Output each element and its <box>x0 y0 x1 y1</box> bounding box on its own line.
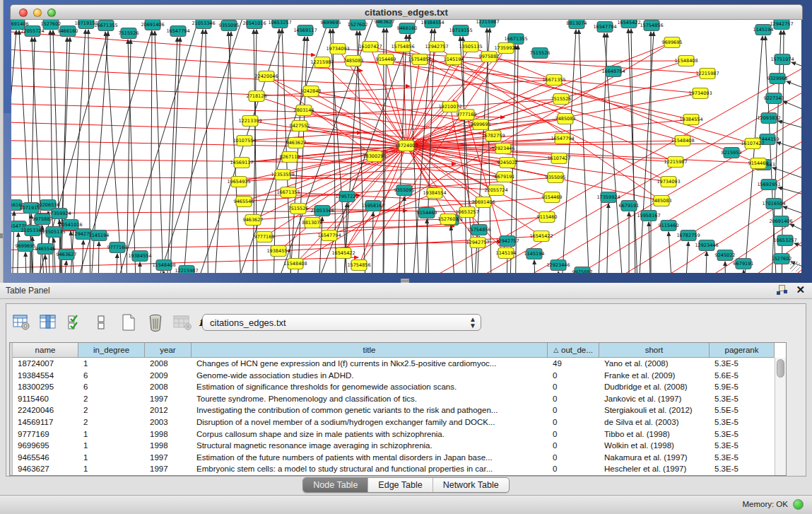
graph-node-teal[interactable]: 16547794 <box>593 22 616 33</box>
graph-node-yellow[interactable]: 11548408 <box>671 136 694 146</box>
graph-node-teal[interactable]: 9463627 <box>375 20 395 28</box>
graph-node-yellow[interactable]: 10107554 <box>233 136 256 146</box>
graph-node-teal[interactable]: 7515526 <box>530 48 551 59</box>
graph-node-yellow[interactable]: 11548408 <box>674 56 698 66</box>
graph-node-yellow[interactable]: 12942757 <box>425 42 448 52</box>
column-header-pagerank[interactable]: pagerank <box>710 343 775 357</box>
table-row[interactable]: 977716911998Corpus callosum shape and si… <box>13 428 775 440</box>
graph-node-yellow[interactable]: 2718126 <box>247 91 267 102</box>
close-panel-icon[interactable]: ✕ <box>796 285 805 295</box>
graph-node-teal[interactable]: 14569117 <box>293 25 317 36</box>
graph-node-teal[interactable]: 9975887 <box>33 214 53 225</box>
new-file-icon[interactable] <box>119 313 138 332</box>
graph-node-teal[interactable]: 9355095 <box>219 21 240 31</box>
network-window-titlebar[interactable]: citations_edges.txt <box>10 4 803 20</box>
graph-node-teal[interactable]: 10719155 <box>449 25 472 36</box>
graph-node-teal[interactable]: 21053346 <box>310 206 334 216</box>
graph-node-teal[interactable]: 12215987 <box>476 20 499 28</box>
table-row[interactable]: 1938455462009Genome-wide association stu… <box>13 370 775 382</box>
graph-node-teal[interactable]: 9465546 <box>35 244 56 255</box>
graph-node-teal[interactable]: 21053346 <box>192 20 215 29</box>
graph-node-yellow[interactable]: 12215987 <box>310 57 334 68</box>
graph-node-teal[interactable]: 9115460 <box>659 221 679 231</box>
tab-network-table[interactable]: Network Table <box>433 478 509 492</box>
graph-node-yellow[interactable]: 12215987 <box>695 69 719 79</box>
graph-node-yellow[interactable]: 9115460 <box>537 212 558 223</box>
graph-node-yellow[interactable]: 16545422 <box>529 231 553 242</box>
graph-node-teal[interactable]: 1527602 <box>348 20 368 30</box>
graph-node-teal[interactable]: 16547794 <box>166 26 189 37</box>
graph-node-yellow[interactable]: 10653257 <box>455 207 478 218</box>
graph-node-teal[interactable]: 15751074 <box>770 54 794 65</box>
graph-node-teal[interactable]: 16782759 <box>676 230 700 241</box>
graph-node-teal[interactable]: 1145194 <box>89 230 110 241</box>
graph-node-teal[interactable]: 7515526 <box>119 28 139 39</box>
column-select-icon[interactable] <box>39 313 57 332</box>
graph-node-teal[interactable]: 1145194 <box>753 25 774 35</box>
graph-node-teal[interactable]: 6679191 <box>734 259 754 269</box>
graph-node-yellow[interactable]: 7515526 <box>551 94 572 105</box>
column-header-title[interactable]: title <box>192 343 548 357</box>
graph-node-teal[interactable]: 15692951 <box>757 180 780 190</box>
graph-node-teal[interactable]: 15754856 <box>640 21 663 31</box>
graph-node-yellow[interactable]: 19734093 <box>688 88 712 99</box>
column-header-year[interactable]: year <box>145 343 192 357</box>
graph-node-teal[interactable]: 9227343 <box>764 93 784 104</box>
graph-node-teal[interactable]: 9975887 <box>572 267 593 274</box>
graph-node-yellow[interactable]: 9154469 <box>376 54 396 65</box>
graph-node-yellow[interactable]: 9154469 <box>748 158 769 169</box>
graph-node-teal[interactable]: 9777169 <box>107 243 128 253</box>
graph-node-yellow[interactable]: 6679191 <box>495 172 515 182</box>
graph-node-teal[interactable]: 9245022 <box>715 250 736 261</box>
graph-node-yellow[interactable]: 19384554 <box>266 246 290 257</box>
graph-node-yellow[interactable]: 1527602 <box>438 214 459 225</box>
graph-node-yellow[interactable]: 19734093 <box>326 44 349 54</box>
graph-node-yellow[interactable]: 12942757 <box>466 238 489 248</box>
graph-node-yellow[interactable]: 9154469 <box>542 192 563 203</box>
table-settings-icon[interactable] <box>12 313 30 332</box>
graph-node-yellow[interactable]: 7485083 <box>343 56 364 66</box>
graph-node-yellow[interactable]: 14569117 <box>230 158 253 168</box>
graph-node-yellow[interactable]: 9777169 <box>254 232 275 243</box>
table-row[interactable]: 2242004622012Investigating the contribut… <box>13 404 775 416</box>
graph-node-yellow[interactable]: 16671355 <box>276 187 300 198</box>
graph-node-yellow[interactable]: 19384554 <box>423 188 446 199</box>
scrollbar-thumb[interactable] <box>777 359 784 378</box>
vertical-scrollbar[interactable] <box>775 358 786 475</box>
graph-node-teal[interactable]: 12923446 <box>546 260 570 271</box>
graph-node-teal[interactable]: 1527602 <box>772 254 792 264</box>
graph-node-teal[interactable]: 10653257 <box>773 235 796 246</box>
graph-node-yellow[interactable]: 9699695 <box>662 37 683 48</box>
graph-node-teal[interactable]: 8215953 <box>722 148 742 158</box>
graph-node-teal[interactable]: 9154469 <box>417 208 437 218</box>
checklist-icon[interactable] <box>66 313 84 332</box>
graph-node-yellow[interactable]: 20691406 <box>471 197 495 208</box>
graph-node-yellow[interactable]: 19384554 <box>679 115 702 125</box>
graph-node-yellow[interactable]: 11548408 <box>283 259 307 269</box>
graph-node-yellow[interactable]: 1145194 <box>444 54 464 65</box>
column-header-out_de[interactable]: △out_de... <box>548 343 599 357</box>
graph-node-teal[interactable]: 16545422 <box>617 20 640 28</box>
canvas-resize-grip[interactable] <box>790 262 800 271</box>
graph-node-yellow[interactable]: 9463627 <box>243 215 264 226</box>
graph-node-teal[interactable]: 6679191 <box>619 201 640 211</box>
graph-node-teal[interactable]: 9329966 <box>767 74 788 84</box>
table-row[interactable]: 946554611997Estimation of the future num… <box>13 452 775 464</box>
graph-node-yellow[interactable]: 15754856 <box>347 260 370 271</box>
graph-node-teal[interactable]: 20541016 <box>242 20 266 29</box>
table-row[interactable]: 1872400712008Changes of HCN gene express… <box>13 358 775 370</box>
column-header-name[interactable]: name <box>13 343 78 357</box>
tab-node-table[interactable]: Node Table <box>303 478 368 492</box>
graph-node-yellow[interactable]: 7485083 <box>555 114 576 124</box>
graph-node-teal[interactable]: 20691406 <box>141 20 164 30</box>
graph-node-yellow[interactable]: 9465546 <box>234 197 254 207</box>
panel-collapse-handle[interactable] <box>0 233 3 238</box>
graph-node-yellow[interactable]: 12213399 <box>238 116 261 127</box>
network-window[interactable]: citations_edges.txt 18724007206914062205… <box>10 4 803 274</box>
graph-node-teal[interactable]: 9463627 <box>57 250 77 260</box>
column-header-short[interactable]: short <box>599 343 710 357</box>
graph-node-teal[interactable]: 17016504 <box>762 199 785 209</box>
graph-node-teal[interactable]: 10653257 <box>268 20 291 28</box>
graph-node-teal[interactable]: 12215987 <box>175 266 198 274</box>
table-row[interactable]: 1830029562008Estimation of significance … <box>13 381 775 393</box>
